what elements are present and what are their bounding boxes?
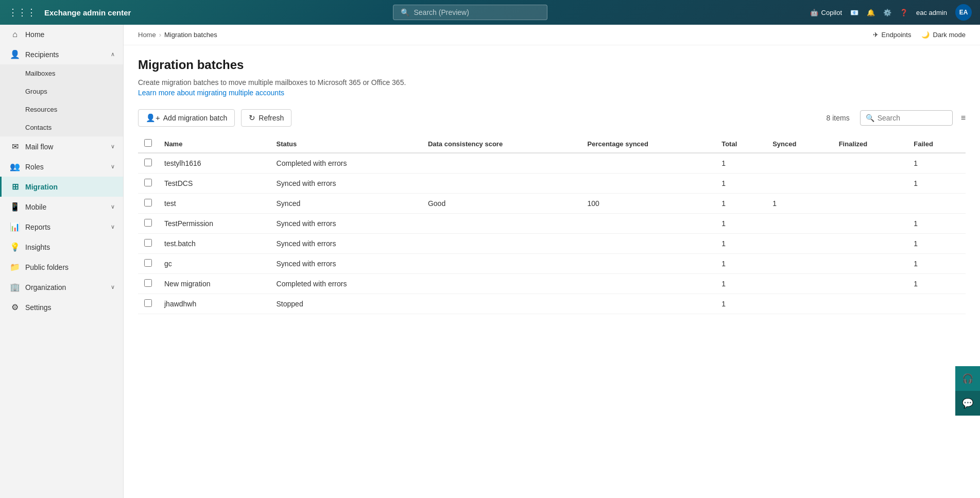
sidebar-label-resources: Resources	[25, 106, 57, 113]
filter-icon[interactable]: ≡	[961, 113, 966, 123]
col-synced: Synced	[766, 135, 833, 153]
search-icon: 🔍	[401, 8, 409, 16]
row-checkbox-6[interactable]	[144, 279, 152, 287]
breadcrumb-separator: ›	[159, 31, 161, 39]
search-icon-table: 🔍	[866, 114, 874, 122]
row-total: 1	[715, 153, 766, 174]
headset-icon: 🎧	[962, 373, 973, 384]
breadcrumb-bar: Home › Migration batches ✈ Endpoints 🌙 D…	[124, 25, 980, 45]
row-pct-synced	[581, 294, 716, 314]
row-checkbox-5[interactable]	[144, 259, 152, 267]
endpoints-button[interactable]: ✈ Endpoints	[873, 31, 912, 39]
row-checkbox-3[interactable]	[144, 219, 152, 227]
row-name[interactable]: test.batch	[158, 234, 270, 254]
row-consistency	[422, 234, 581, 254]
row-name[interactable]: TestDCS	[158, 174, 270, 194]
sidebar-label-insights: Insights	[25, 243, 50, 251]
sidebar-item-recipients[interactable]: 👤 Recipients ∧	[0, 44, 123, 64]
row-status: Synced with errors	[270, 234, 422, 254]
table-search-input[interactable]	[878, 114, 947, 122]
row-consistency	[422, 214, 581, 234]
sidebar-item-settings[interactable]: ⚙ Settings	[0, 297, 123, 317]
row-synced	[766, 294, 833, 314]
row-total: 1	[715, 254, 766, 274]
mail-icon[interactable]: 📧	[850, 9, 858, 16]
refresh-button[interactable]: ↻ Refresh	[241, 109, 291, 127]
breadcrumb-home[interactable]: Home	[138, 31, 156, 39]
learn-more-link[interactable]: Learn more about migrating multiple acco…	[138, 89, 284, 97]
row-pct-synced	[581, 254, 716, 274]
grid-icon[interactable]: ⋮⋮⋮	[8, 7, 36, 18]
row-checkbox-cell	[138, 294, 158, 314]
sidebar-item-mobile[interactable]: 📱 Mobile ∨	[0, 197, 123, 217]
global-search-bar[interactable]: 🔍	[393, 5, 547, 20]
items-count: 8 items	[827, 114, 850, 122]
row-checkbox-4[interactable]	[144, 239, 152, 247]
sidebar-label-organization: Organization	[25, 283, 66, 291]
row-name[interactable]: gc	[158, 254, 270, 274]
row-pct-synced: 100	[581, 194, 716, 214]
row-failed: 1	[907, 234, 966, 254]
row-checkbox-cell	[138, 194, 158, 214]
sidebar-label-recipients: Recipients	[25, 50, 59, 59]
sidebar-item-migration[interactable]: ⊞ Migration	[0, 177, 123, 197]
row-consistency	[422, 153, 581, 174]
bell-icon[interactable]: 🔔	[867, 9, 875, 16]
sidebar-item-home[interactable]: ⌂ Home	[0, 25, 123, 44]
sidebar-item-public-folders[interactable]: 📁 Public folders	[0, 257, 123, 277]
copilot-button[interactable]: 🤖 Copilot	[810, 9, 842, 16]
nav-icons: 🤖 Copilot 📧 🔔 ⚙️ ❓ eac admin EA	[810, 4, 972, 21]
global-search-input[interactable]	[414, 8, 540, 16]
row-checkbox-2[interactable]	[144, 199, 152, 207]
row-failed	[907, 294, 966, 314]
settings-sidebar-icon: ⚙	[10, 302, 20, 312]
settings-icon[interactable]: ⚙️	[883, 9, 891, 16]
main-content: Home › Migration batches ✈ Endpoints 🌙 D…	[124, 25, 980, 498]
recipients-icon: 👤	[10, 49, 20, 59]
row-failed: 1	[907, 174, 966, 194]
sidebar-item-resources[interactable]: Resources	[0, 100, 123, 118]
sidebar-label-public-folders: Public folders	[25, 263, 68, 271]
select-all-checkbox[interactable]	[144, 139, 152, 147]
sidebar-label-home: Home	[25, 30, 44, 39]
table-row: TestPermission Synced with errors 1 1	[138, 214, 966, 234]
sidebar-label-mail-flow: Mail flow	[25, 143, 53, 151]
row-status: Synced with errors	[270, 254, 422, 274]
row-synced	[766, 254, 833, 274]
row-total: 1	[715, 214, 766, 234]
table-row: test.batch Synced with errors 1 1	[138, 234, 966, 254]
help-icon[interactable]: ❓	[900, 9, 908, 16]
row-pct-synced	[581, 153, 716, 174]
user-name: eac admin	[916, 9, 947, 16]
row-finalized	[833, 254, 908, 274]
row-name[interactable]: New migration	[158, 274, 270, 294]
row-synced	[766, 274, 833, 294]
chat-support-button[interactable]: 🎧	[955, 366, 980, 391]
row-consistency	[422, 294, 581, 314]
dark-mode-button[interactable]: 🌙 Dark mode	[921, 31, 966, 39]
sidebar-item-mail-flow[interactable]: ✉ Mail flow ∨	[0, 136, 123, 157]
row-checkbox-1[interactable]	[144, 179, 152, 186]
sidebar-item-groups[interactable]: Groups	[0, 82, 123, 100]
row-synced: 1	[766, 194, 833, 214]
row-status: Stopped	[270, 294, 422, 314]
row-name[interactable]: testylh1616	[158, 153, 270, 174]
row-name[interactable]: TestPermission	[158, 214, 270, 234]
user-avatar[interactable]: EA	[955, 4, 972, 21]
row-checkbox-0[interactable]	[144, 159, 152, 166]
app-title: Exchange admin center	[44, 8, 131, 17]
row-checkbox-7[interactable]	[144, 299, 152, 307]
sidebar-item-contacts[interactable]: Contacts	[0, 118, 123, 136]
table-search-box[interactable]: 🔍	[860, 110, 953, 126]
sidebar-item-organization[interactable]: 🏢 Organization ∨	[0, 277, 123, 297]
row-checkbox-cell	[138, 214, 158, 234]
sidebar-item-reports[interactable]: 📊 Reports ∨	[0, 217, 123, 237]
row-name[interactable]: test	[158, 194, 270, 214]
sidebar-item-roles[interactable]: 👥 Roles ∨	[0, 157, 123, 177]
sidebar-item-insights[interactable]: 💡 Insights	[0, 237, 123, 257]
row-name[interactable]: jhawdhwh	[158, 294, 270, 314]
sidebar-item-mailboxes[interactable]: Mailboxes	[0, 64, 123, 82]
feedback-button[interactable]: 💬	[955, 391, 980, 416]
add-migration-batch-button[interactable]: 👤+ Add migration batch	[138, 109, 235, 127]
public-folders-icon: 📁	[10, 262, 20, 272]
